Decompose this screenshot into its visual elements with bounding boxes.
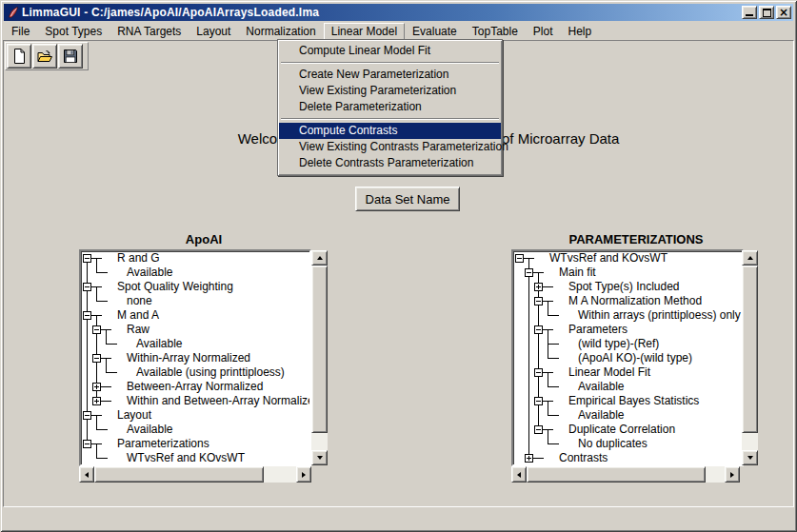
tree-node-label[interactable]: none: [127, 294, 152, 308]
scroll-up-button[interactable]: [311, 250, 328, 266]
tree-expand-box[interactable]: [525, 454, 533, 463]
right-tree-hscrollbar[interactable]: [511, 466, 740, 483]
scroll-right-button[interactable]: [296, 466, 311, 483]
menu-spot-types[interactable]: Spot Types: [37, 23, 110, 40]
right-tree-title: PARAMETERIZATIONS: [511, 232, 761, 246]
save-file-button[interactable]: [58, 44, 83, 69]
arrow-down-icon: [747, 456, 753, 460]
tree-node-label[interactable]: Within-Array Normalized: [127, 351, 250, 365]
scroll-up-button[interactable]: [742, 250, 758, 266]
tree-node-label[interactable]: M and A: [117, 308, 159, 323]
tree-expand-box[interactable]: [92, 354, 101, 363]
tree-node-label[interactable]: Available: [578, 380, 624, 394]
tree-node-label[interactable]: Available: [127, 266, 172, 280]
tree-node-label[interactable]: Main fit: [559, 266, 596, 280]
tree-connector: [548, 372, 548, 387]
scroll-left-button[interactable]: [511, 466, 527, 483]
vscroll-thumb[interactable]: [311, 266, 328, 433]
data-set-name-button[interactable]: Data Set Name: [355, 187, 460, 211]
scroll-down-button[interactable]: [311, 450, 328, 465]
menu-normalization[interactable]: Normalization: [238, 23, 323, 40]
tree-node-label[interactable]: Layout: [117, 408, 151, 423]
menu-separator: [281, 118, 499, 120]
left-tree: R and G Available Spot Quality Weighting…: [81, 251, 309, 464]
tree-node-label[interactable]: Available: [578, 408, 624, 423]
menu-item-delete-parameterization[interactable]: Delete Parameterization: [279, 99, 501, 115]
tree-expand-box[interactable]: [92, 325, 101, 334]
tree-node-label[interactable]: Spot Type(s) Included: [568, 280, 680, 294]
tree-node-label[interactable]: Empirical Bayes Statistics: [568, 394, 699, 408]
new-file-button[interactable]: [7, 44, 31, 69]
open-file-button[interactable]: [32, 44, 57, 69]
menu-item-compute-linear-model-fit[interactable]: Compute Linear Model Fit: [279, 43, 501, 59]
tree-node-label[interactable]: WTvsRef and KOvsWT: [549, 251, 667, 266]
menu-plot[interactable]: Plot: [526, 23, 561, 40]
maximize-button[interactable]: [759, 6, 774, 19]
tree-node-label[interactable]: Between-Array Normalized: [127, 380, 263, 394]
minimize-button[interactable]: [742, 6, 757, 19]
tree-expand-box[interactable]: [83, 311, 91, 320]
scroll-right-button[interactable]: [725, 466, 740, 483]
tree-node-label[interactable]: Duplicate Correlation: [568, 423, 675, 437]
menu-item-compute-contrasts[interactable]: Compute Contrasts: [279, 123, 501, 139]
left-tree-hscrollbar[interactable]: [79, 466, 311, 483]
tree-expand-box[interactable]: [534, 368, 543, 377]
menu-rna-targets[interactable]: RNA Targets: [110, 23, 189, 40]
close-button[interactable]: ×: [776, 6, 791, 19]
tree-expand-box[interactable]: [534, 283, 543, 291]
tree-node-label[interactable]: Available (using printtiploess): [136, 365, 285, 380]
tree-node-label[interactable]: Within arrays (printtiploess) only: [578, 308, 741, 323]
left-tree-vscrollbar[interactable]: [311, 250, 328, 465]
scroll-left-button[interactable]: [79, 466, 94, 483]
menu-item-create-new-parameterization[interactable]: Create New Parameterization: [279, 67, 501, 83]
tree-expand-box[interactable]: [92, 397, 101, 405]
tree-node-label[interactable]: (ApoAI KO)-(wild type): [578, 351, 692, 365]
tree-expand-box[interactable]: [92, 383, 101, 391]
menu-layout[interactable]: Layout: [189, 23, 238, 40]
tree-expand-box[interactable]: [83, 411, 91, 420]
menu-linear-model[interactable]: Linear Model: [324, 23, 405, 40]
tree-expand-box[interactable]: [83, 283, 91, 291]
scroll-down-button[interactable]: [742, 450, 758, 465]
tree-connector: [96, 258, 97, 273]
menu-evaluate[interactable]: Evaluate: [405, 23, 465, 40]
tree-node-label[interactable]: No duplicates: [578, 437, 648, 451]
tree-expand-box[interactable]: [534, 425, 543, 434]
tree-node-label[interactable]: Contrasts: [559, 451, 608, 464]
right-tree: WTvsRef and KOvsWT Main fit Spot Type(s)…: [513, 251, 742, 464]
tree-connector: [106, 358, 107, 373]
hscroll-thumb[interactable]: [94, 466, 264, 483]
tree-expand-box[interactable]: [83, 440, 91, 448]
tree-node-label[interactable]: Linear Model Fit: [568, 365, 650, 380]
tree-node-label[interactable]: Within and Between-Array Normalized: [127, 394, 309, 408]
vscroll-thumb[interactable]: [742, 266, 758, 433]
tree-node-label[interactable]: Available: [127, 423, 172, 437]
tree-expand-box[interactable]: [534, 397, 543, 405]
tree-node-label[interactable]: M A Normalization Method: [568, 294, 702, 308]
tree-expand-box[interactable]: [83, 254, 91, 263]
title-bar[interactable]: LimmaGUI - C:/james/ApoAI/ApoAIArraysLoa…: [4, 4, 793, 21]
tree-node-label[interactable]: WTvsRef and KOvsWT: [127, 451, 245, 464]
menu-item-delete-contrasts-parameterization[interactable]: Delete Contrasts Parameterization: [279, 155, 501, 171]
tree-node-label[interactable]: Available: [136, 337, 182, 351]
tree-expand-box[interactable]: [534, 325, 543, 334]
tree-expand-box[interactable]: [534, 297, 543, 305]
menu-item-view-existing-parameterization[interactable]: View Existing Parameterization: [279, 83, 501, 99]
tree-node-label[interactable]: R and G: [117, 251, 160, 266]
menu-file[interactable]: File: [4, 23, 37, 40]
tree-node-label[interactable]: Parameterizations: [117, 437, 209, 451]
menu-help[interactable]: Help: [561, 23, 600, 40]
menu-separator: [281, 62, 499, 64]
menu-toptable[interactable]: TopTable: [465, 23, 526, 40]
arrow-left-icon: [517, 472, 521, 478]
right-tree-vscrollbar[interactable]: [742, 250, 758, 465]
hscroll-thumb[interactable]: [527, 466, 706, 483]
tree-node-label[interactable]: (wild type)-(Ref): [578, 337, 659, 351]
menu-item-view-existing-contrasts-parameterization[interactable]: View Existing Contrasts Parameterization: [279, 139, 501, 155]
tree-expand-box[interactable]: [515, 254, 524, 263]
tree-expand-box[interactable]: [525, 268, 533, 277]
tree-node-label[interactable]: Spot Quality Weighting: [117, 280, 233, 294]
tree-node-label[interactable]: Parameters: [568, 323, 628, 337]
arrow-right-icon: [730, 472, 734, 478]
tree-node-label[interactable]: Raw: [127, 323, 149, 337]
